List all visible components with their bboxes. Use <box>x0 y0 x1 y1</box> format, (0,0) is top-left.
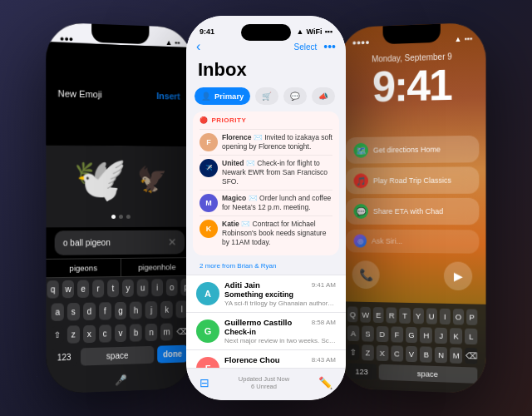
lock-key-I[interactable]: I <box>440 309 451 324</box>
play-button[interactable]: ▶ <box>444 261 472 290</box>
lock-key-P[interactable]: P <box>466 309 477 325</box>
key-m[interactable]: m <box>160 323 172 340</box>
siri-icon: ◎ <box>354 235 367 248</box>
key-123[interactable]: 123 <box>52 349 77 367</box>
lock-key-N[interactable]: N <box>435 347 447 364</box>
lock-key-E[interactable]: E <box>373 307 384 323</box>
lock-key-K[interactable]: K <box>450 328 462 344</box>
key-shift[interactable]: ⇧ <box>52 326 64 344</box>
key-j[interactable]: j <box>145 301 158 319</box>
lock-key-Z[interactable]: Z <box>362 344 373 360</box>
key-g[interactable]: g <box>115 302 127 319</box>
autocomplete-item-2[interactable]: pigeonhole <box>121 258 192 276</box>
dynamic-island <box>241 24 291 41</box>
key-h[interactable]: h <box>130 301 142 319</box>
priority-item-katie[interactable]: K Katie ✉️ Contract for Michael Robinson… <box>200 215 332 250</box>
tab-primary[interactable]: 👤 Primary <box>195 87 250 105</box>
lock-key-S[interactable]: S <box>362 325 373 341</box>
tab-promo[interactable]: 📣 <box>312 87 335 105</box>
lock-key-delete[interactable]: ⌫ <box>465 348 477 364</box>
lock-signal: ●●●● <box>352 38 370 47</box>
lock-key-O[interactable]: O <box>453 309 464 324</box>
battery-icon: ▪▪▪ <box>324 27 332 36</box>
select-button[interactable]: Select <box>293 42 317 52</box>
priority-item-united[interactable]: ✈️ United ✉️ Check-in for flight to Newa… <box>200 155 332 190</box>
emoji-title: New Emoji <box>57 88 101 99</box>
key-b[interactable]: b <box>130 324 142 341</box>
key-c[interactable]: c <box>99 324 111 342</box>
key-space[interactable]: space <box>81 346 154 366</box>
lock-key-shift[interactable]: ⇧ <box>347 344 359 360</box>
lock-key-T[interactable]: T <box>400 308 411 324</box>
priority-item-magico[interactable]: M Magico ✉️ Order lunch and coffee for N… <box>200 190 332 215</box>
email-florence-chou[interactable]: F Florence Chou 8:43 AM <box>186 349 346 368</box>
key-d[interactable]: d <box>83 303 96 320</box>
priority-item-florence[interactable]: F Florence ✉️ Invited to izakaya soft op… <box>200 129 332 155</box>
autocomplete-item-1[interactable]: pigeons <box>46 259 121 277</box>
key-y[interactable]: y <box>122 280 134 297</box>
key-z[interactable]: z <box>67 325 80 344</box>
insert-button[interactable]: Insert <box>156 91 180 101</box>
inbox-tabs: 👤 Primary 🛒 💬 📣 <box>186 87 346 111</box>
key-a[interactable]: a <box>52 303 64 321</box>
key-q[interactable]: q <box>47 280 59 299</box>
key-done[interactable]: done <box>157 345 188 364</box>
email-guillermo[interactable]: G Guillermo Castillo 8:58 AM Check-in Ne… <box>186 312 346 349</box>
key-e[interactable]: e <box>77 280 89 298</box>
lock-key-space[interactable]: space <box>378 364 477 384</box>
lock-key-Q[interactable]: Q <box>347 306 358 322</box>
tab-chat[interactable]: 💬 <box>283 87 307 105</box>
key-w[interactable]: w <box>62 280 74 298</box>
lock-widget-music[interactable]: 🎵 Play Road Trip Classics <box>346 166 479 194</box>
more-row[interactable]: 2 more from Brian & Ryan <box>193 260 339 271</box>
lock-widget-eta[interactable]: 💬 Share ETA with Chad <box>346 198 479 225</box>
key-x[interactable]: x <box>83 325 96 344</box>
key-f[interactable]: f <box>99 302 111 319</box>
inbox-status-icons: ▲ WiFi ▪▪▪ <box>297 27 332 36</box>
lock-key-X[interactable]: X <box>377 345 389 361</box>
key-k[interactable]: k <box>160 301 172 319</box>
lock-key-V[interactable]: V <box>406 346 418 362</box>
florence-avatar: F <box>200 133 218 151</box>
aditi-avatar: A <box>196 282 219 305</box>
lock-key-F[interactable]: F <box>391 326 403 342</box>
lock-key-G[interactable]: G <box>406 327 418 343</box>
lock-kb-row-4: 123 space <box>344 361 480 387</box>
call-button[interactable]: 📞 <box>352 260 380 289</box>
lock-key-J[interactable]: J <box>435 328 447 344</box>
lock-key-D[interactable]: D <box>377 326 389 342</box>
lock-key-B[interactable]: B <box>420 346 432 363</box>
more-button[interactable]: ••• <box>323 40 336 53</box>
key-v[interactable]: v <box>115 324 127 342</box>
aditi-content: Aditi Jain 9:41 AM Something exciting YA… <box>224 280 336 307</box>
key-r[interactable]: r <box>92 280 104 297</box>
lock-keyboard: Q W E R T Y U I O P A S D F G H <box>339 301 485 394</box>
key-t[interactable]: t <box>107 280 119 297</box>
lock-key-123[interactable]: 123 <box>347 363 377 379</box>
emoji-search-bar[interactable]: o ball pigeon ✕ <box>55 230 185 255</box>
key-u[interactable]: u <box>137 279 149 296</box>
mic-icon[interactable]: 🎤 <box>115 374 127 387</box>
lock-key-A[interactable]: A <box>347 325 359 341</box>
key-s[interactable]: s <box>67 303 80 321</box>
key-n[interactable]: n <box>145 324 158 341</box>
lock-key-W[interactable]: W <box>360 307 371 323</box>
back-button[interactable]: ‹ <box>196 39 200 54</box>
lock-key-Y[interactable]: Y <box>412 308 423 324</box>
filter-icon[interactable]: ⊟ <box>200 376 209 389</box>
email-aditi[interactable]: A Aditi Jain 9:41 AM Something exciting … <box>186 275 346 312</box>
lock-key-R[interactable]: R <box>387 307 397 323</box>
inbox-actions: Select ••• <box>293 40 336 53</box>
lock-key-H[interactable]: H <box>420 327 432 343</box>
lock-widget-directions[interactable]: 🗺️ Get directions Home <box>346 136 479 164</box>
lock-key-M[interactable]: M <box>450 347 462 364</box>
key-i[interactable]: i <box>151 279 163 296</box>
lock-key-C[interactable]: C <box>391 345 403 361</box>
compose-button[interactable]: ✏️ <box>318 376 332 389</box>
tab-shopping[interactable]: 🛒 <box>255 87 278 105</box>
siri-bar[interactable]: ◎ Ask Siri... <box>346 230 479 254</box>
lock-key-U[interactable]: U <box>426 308 436 324</box>
lock-key-L[interactable]: L <box>465 329 477 345</box>
clear-search-icon[interactable]: ✕ <box>168 236 177 249</box>
key-o[interactable]: o <box>166 279 178 296</box>
